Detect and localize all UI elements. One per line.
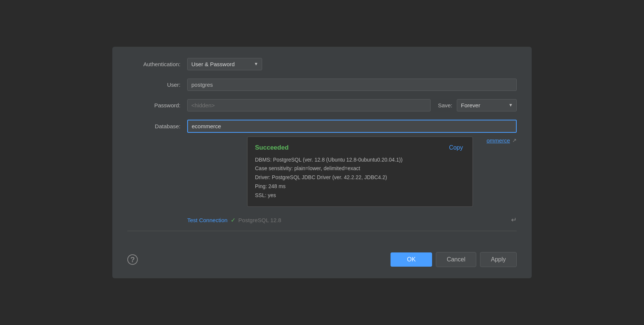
test-check-icon: ✓ — [231, 217, 236, 224]
apply-button[interactable]: Apply — [480, 252, 517, 267]
success-line-1: DBMS: PostgreSQL (ver. 12.8 (Ubuntu 12.8… — [255, 156, 465, 165]
authentication-dropdown-wrapper: User & Password No auth LDAP Kerberos ▼ — [187, 58, 262, 70]
success-popup: Succeeded Copy DBMS: PostgreSQL (ver. 12… — [247, 137, 473, 207]
success-header: Succeeded Copy — [255, 144, 465, 152]
user-row: User: — [127, 79, 517, 91]
help-button[interactable]: ? — [127, 254, 138, 265]
partial-db-text: ommerce — [486, 137, 510, 144]
database-row: Database: — [127, 120, 517, 133]
authentication-label: Authentication: — [127, 61, 187, 67]
test-refresh-button[interactable]: ↵ — [511, 216, 517, 224]
test-connection-button[interactable]: Test Connection — [187, 217, 228, 223]
database-label: Database: — [127, 123, 187, 129]
user-label: User: — [127, 82, 187, 88]
success-line-3: Driver: PostgreSQL JDBC Driver (ver. 42.… — [255, 173, 465, 182]
authentication-row: Authentication: User & Password No auth … — [127, 58, 517, 70]
success-line-5: SSL: yes — [255, 191, 465, 200]
save-select[interactable]: Forever Until restart Never — [457, 99, 517, 111]
user-input[interactable] — [187, 79, 517, 91]
database-input[interactable] — [187, 120, 517, 133]
authentication-select[interactable]: User & Password No auth LDAP Kerberos — [187, 58, 262, 70]
save-label: Save: — [438, 102, 452, 108]
ok-button[interactable]: OK — [391, 252, 432, 267]
save-dropdown-wrapper: Forever Until restart Never ▼ — [457, 99, 517, 111]
connection-dialog: Authentication: User & Password No auth … — [112, 47, 532, 279]
copy-button[interactable]: Copy — [447, 144, 465, 152]
test-result-text: PostgreSQL 12.8 — [239, 217, 282, 223]
dialog-footer: ? OK Cancel Apply — [127, 248, 517, 267]
resize-icon[interactable]: ↗ — [512, 137, 517, 143]
cancel-button[interactable]: Cancel — [436, 252, 476, 267]
password-input[interactable] — [187, 99, 431, 111]
partial-db-overlay: ommerce ↗ — [479, 137, 517, 144]
test-connection-row: Test Connection ✓ PostgreSQL 12.8 ↵ — [127, 216, 517, 224]
save-area: Save: Forever Until restart Never ▼ — [438, 99, 517, 111]
footer-buttons: OK Cancel Apply — [391, 252, 517, 267]
password-row: Password: Save: Forever Until restart Ne… — [127, 99, 517, 111]
success-body: DBMS: PostgreSQL (ver. 12.8 (Ubuntu 12.8… — [255, 156, 465, 200]
success-line-2: Case sensitivity: plain=lower, delimited… — [255, 164, 465, 173]
success-title: Succeeded — [255, 144, 289, 151]
success-line-4: Ping: 248 ms — [255, 182, 465, 191]
password-label: Password: — [127, 102, 187, 108]
